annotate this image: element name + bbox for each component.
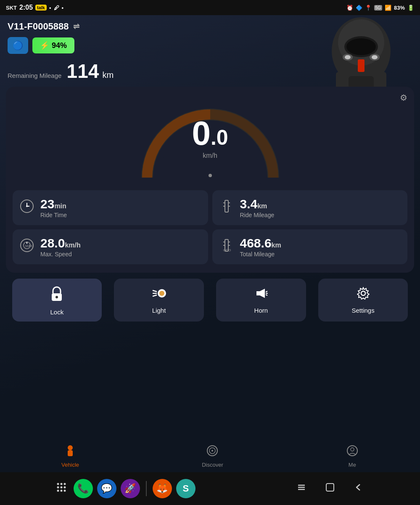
- horn-icon: [254, 286, 268, 303]
- svg-point-3: [346, 38, 376, 55]
- status-bar: SKT 2:05 talk • 🖊 • ⏰ 🔷 📍 5G 📶 83% 🔋: [0, 0, 420, 15]
- svg-rect-47: [68, 450, 73, 456]
- svg-point-7: [372, 55, 378, 59]
- svg-point-55: [60, 483, 62, 485]
- bluetooth-status-icon: 🔷: [356, 5, 362, 11]
- svg-point-6: [345, 55, 351, 59]
- location-icon: 📍: [365, 5, 372, 11]
- speedometer: 0.0 km/h: [13, 93, 407, 186]
- ride-time-label: Ride Time: [40, 212, 67, 218]
- sync-icon[interactable]: ⇌: [73, 22, 79, 31]
- horn-button[interactable]: Horn: [216, 279, 306, 322]
- ride-mileage-label: Ride Mileage: [240, 212, 275, 218]
- horn-label: Horn: [254, 307, 268, 314]
- lock-button[interactable]: Lock: [12, 279, 102, 322]
- chat-app-icon[interactable]: 💬: [97, 479, 116, 498]
- charging-icon: ⚡: [40, 41, 49, 50]
- ride-mileage-value: 3.4km: [240, 197, 275, 211]
- svg-point-58: [60, 486, 62, 489]
- battery-icon: 🔋: [407, 5, 414, 11]
- android-nav: 📞 💬 🚀 🦊 S: [0, 472, 420, 505]
- svg-point-56: [63, 483, 66, 485]
- svg-point-18: [26, 205, 28, 207]
- 5g-icon: 5G: [374, 5, 382, 11]
- launcher-app-icon[interactable]: 🚀: [121, 479, 140, 498]
- battery-badge: ⚡ 94%: [32, 37, 74, 53]
- svg-point-60: [57, 490, 59, 492]
- lock-icon: [50, 286, 64, 305]
- discover-nav-label: Discover: [202, 462, 223, 468]
- ride-mileage-icon: [218, 199, 235, 217]
- bottom-nav: Vehicle Discover Me: [0, 440, 420, 470]
- vehicle-nav-label: Vehicle: [61, 462, 79, 468]
- max-speed-icon: MAX: [18, 238, 35, 256]
- light-button[interactable]: Light: [114, 279, 204, 322]
- time-label: 2:05: [19, 4, 33, 11]
- svg-point-50: [211, 450, 213, 452]
- svg-point-59: [63, 486, 66, 489]
- remaining-mileage-value: 114: [67, 60, 99, 82]
- settings-icon: [356, 286, 370, 303]
- dot2-icon: •: [62, 5, 64, 11]
- max-speed-value: 28.0km/h: [40, 236, 81, 250]
- ride-mileage-card: 3.4km Ride Mileage: [212, 190, 408, 225]
- ride-mileage-info: 3.4km Ride Mileage: [240, 197, 275, 218]
- light-icon: [151, 286, 167, 303]
- ride-time-card: 23min Ride Time: [13, 190, 208, 225]
- status-right: ⏰ 🔷 📍 5G 📶 83% 🔋: [346, 5, 414, 11]
- total-mileage-info: 468.6km Total Mileage: [240, 236, 281, 258]
- feather-icon: 🖊: [54, 5, 59, 11]
- light-label: Light: [152, 307, 166, 314]
- speed-display: 0.0 km/h: [192, 117, 228, 159]
- svg-rect-11: [358, 59, 365, 72]
- phone-app-icon[interactable]: 📞: [74, 479, 93, 498]
- svg-point-62: [63, 490, 66, 492]
- total-mileage-card: ODO 468.6km Total Mileage: [212, 229, 408, 264]
- settings-button[interactable]: Settings: [318, 279, 408, 322]
- svg-text:ODO: ODO: [223, 248, 231, 252]
- alarm-icon: ⏰: [346, 5, 353, 11]
- svg-line-44: [266, 295, 267, 295]
- bluetooth-icon: 🔵: [13, 40, 23, 50]
- device-id-label: V11-F0005888: [8, 21, 69, 32]
- speed-value: 0.0: [192, 117, 228, 150]
- svg-point-45: [361, 291, 365, 295]
- quick-actions: Lock Light Horn Settings: [6, 279, 414, 322]
- ride-time-value: 23min: [40, 197, 67, 211]
- carrier-label: SKT: [6, 5, 17, 11]
- nav-me[interactable]: Me: [346, 444, 359, 468]
- s-app-icon[interactable]: S: [176, 479, 195, 498]
- app-background: V11-F0005888 ⇌ 🔵 ⚡ 94% Remaining Mileage…: [0, 15, 420, 505]
- back-button[interactable]: [351, 479, 367, 498]
- recents-button[interactable]: [293, 479, 309, 498]
- ride-time-info: 23min Ride Time: [40, 197, 67, 218]
- remaining-mileage-unit: km: [103, 70, 114, 80]
- status-left: SKT 2:05 talk • 🖊 •: [6, 4, 63, 11]
- svg-text:MAX: MAX: [25, 244, 33, 248]
- dot1-icon: •: [49, 5, 51, 11]
- svg-line-39: [153, 290, 157, 292]
- vehicle-nav-icon: [64, 444, 77, 460]
- talk-icon: talk: [35, 5, 47, 11]
- battery-percent: 94%: [52, 41, 67, 50]
- svg-point-35: [55, 296, 58, 298]
- svg-rect-66: [326, 484, 334, 491]
- me-nav-icon: [346, 444, 359, 460]
- svg-marker-41: [256, 291, 260, 295]
- max-speed-card: MAX 28.0km/h Max. Speed: [13, 229, 208, 264]
- menu-button[interactable]: [53, 479, 69, 498]
- lock-label: Lock: [50, 308, 64, 316]
- svg-line-42: [266, 291, 267, 292]
- me-nav-label: Me: [349, 462, 356, 468]
- svg-point-12: [349, 21, 374, 31]
- svg-point-53: [351, 448, 354, 451]
- nav-vehicle[interactable]: Vehicle: [61, 444, 79, 468]
- app-icons-row: 📞 💬 🚀 🦊 S: [53, 479, 195, 498]
- browser-app-icon[interactable]: 🦊: [153, 479, 172, 498]
- nav-discover[interactable]: Discover: [202, 444, 223, 468]
- home-button[interactable]: [322, 479, 338, 498]
- bluetooth-badge: 🔵: [8, 37, 28, 54]
- total-mileage-label: Total Mileage: [240, 251, 281, 258]
- remaining-mileage-label: Remaining Mileage: [8, 72, 61, 79]
- discover-nav-icon: [206, 444, 219, 460]
